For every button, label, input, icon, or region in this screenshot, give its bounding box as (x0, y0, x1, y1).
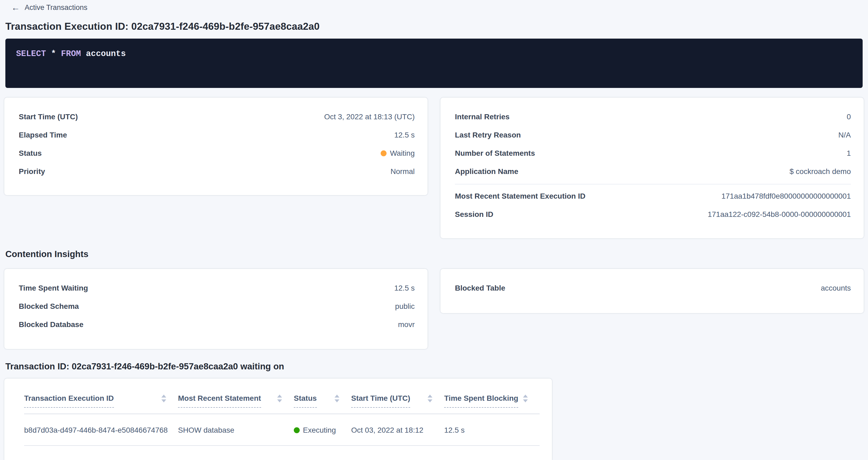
column-header-label: Start Time (UTC) (351, 394, 410, 408)
kv-label: Blocked Database (19, 320, 83, 329)
column-header-transaction-execution-id[interactable]: Transaction Execution ID (24, 386, 178, 414)
contention-cards-row: Time Spent Waiting 12.5 s Blocked Schema… (4, 269, 864, 349)
kv-label: Status (19, 149, 42, 158)
kv-value: 12.5 s (394, 284, 415, 293)
status-value: Waiting (390, 149, 415, 158)
status-badge: Waiting (381, 149, 415, 158)
kv-label: Number of Statements (455, 149, 535, 158)
kv-value: 0 (846, 113, 851, 121)
column-header-most-recent-statement[interactable]: Most Recent Statement (178, 386, 294, 414)
kv-row-blocked-schema: Blocked Schema public (19, 297, 415, 315)
kv-label: Application Name (455, 167, 518, 176)
kv-value: public (395, 302, 415, 311)
kv-label: Last Retry Reason (455, 131, 521, 140)
summary-card-statement-info: Internal Retries 0 Last Retry Reason N/A… (440, 98, 864, 238)
cell-start-time: Oct 03, 2022 at 18:12 (351, 414, 444, 446)
sql-keyword-select: SELECT (16, 49, 46, 58)
kv-row-blocked-database: Blocked Database movr (19, 315, 415, 334)
sort-icon[interactable] (428, 395, 432, 402)
back-link-label: Active Transactions (25, 3, 87, 12)
column-header-status[interactable]: Status (294, 386, 351, 414)
kv-row-session-id: Session ID 171aa122-c092-54b8-0000-00000… (455, 205, 851, 223)
summary-card-timing: Start Time (UTC) Oct 3, 2022 at 18:13 (U… (4, 98, 428, 195)
waiting-on-table-card: Transaction Execution ID Most Recent Sta… (4, 378, 552, 460)
column-header-label: Most Recent Statement (178, 394, 261, 408)
kv-row-internal-retries: Internal Retries 0 (455, 108, 851, 126)
kv-label: Start Time (UTC) (19, 113, 78, 121)
kv-value: Normal (391, 167, 415, 176)
cell-status: Executing (294, 414, 351, 446)
sql-table-identifier: accounts (86, 49, 126, 58)
kv-row-status: Status Waiting (19, 144, 415, 162)
card-divider (455, 184, 851, 184)
sort-icon[interactable] (277, 395, 282, 402)
column-header-time-spent-blocking[interactable]: Time Spent Blocking (444, 386, 539, 414)
table-row: b8d7d03a-d497-446b-8474-e50846674768 SHO… (24, 414, 539, 446)
kv-value: 12.5 s (394, 131, 415, 140)
table-header-row: Transaction Execution ID Most Recent Sta… (24, 386, 539, 414)
kv-label: Time Spent Waiting (19, 284, 88, 293)
kv-row-number-of-statements: Number of Statements 1 (455, 144, 851, 162)
cell-time-spent-blocking: 12.5 s (444, 414, 539, 446)
kv-row-application-name: Application Name $ cockroach demo (455, 162, 851, 181)
sql-statement-box: SELECT * FROM accounts (5, 39, 863, 88)
kv-row-start-time: Start Time (UTC) Oct 3, 2022 at 18:13 (U… (19, 108, 415, 126)
kv-label: Session ID (455, 210, 493, 219)
kv-value: movr (398, 320, 415, 329)
kv-label: Blocked Table (455, 284, 505, 293)
statement-execution-id-link[interactable]: 171aa1b478fdf0e80000000000000001 (721, 192, 851, 201)
summary-cards-row: Start Time (UTC) Oct 3, 2022 at 18:13 (U… (4, 98, 864, 238)
kv-value: N/A (838, 131, 851, 140)
kv-label: Internal Retries (455, 113, 509, 121)
waiting-on-heading: Transaction ID: 02ca7931-f246-469b-b2fe-… (5, 361, 863, 371)
kv-value: $ cockroach demo (789, 167, 851, 176)
kv-row-last-retry-reason: Last Retry Reason N/A (455, 126, 851, 144)
cell-transaction-execution-id: b8d7d03a-d497-446b-8474-e50846674768 (24, 414, 178, 446)
column-header-label: Transaction Execution ID (24, 394, 114, 408)
column-header-label: Time Spent Blocking (444, 394, 518, 408)
kv-row-time-spent-waiting: Time Spent Waiting 12.5 s (19, 279, 415, 297)
status-value: Executing (303, 426, 336, 434)
status-executing-dot-icon (294, 427, 300, 433)
cell-most-recent-statement: SHOW database (178, 414, 294, 446)
kv-label: Priority (19, 167, 45, 176)
kv-row-blocked-table: Blocked Table accounts (455, 279, 851, 297)
kv-value: accounts (821, 284, 851, 293)
back-to-active-transactions-link[interactable]: ← Active Transactions (0, 0, 87, 12)
sort-icon[interactable] (161, 395, 166, 402)
sort-icon[interactable] (523, 395, 528, 402)
column-header-start-time[interactable]: Start Time (UTC) (351, 386, 444, 414)
contention-card-blocked-table: Blocked Table accounts (440, 269, 864, 313)
contention-card-waiting: Time Spent Waiting 12.5 s Blocked Schema… (4, 269, 428, 349)
kv-label: Blocked Schema (19, 302, 79, 311)
sql-star-operator: * (51, 49, 56, 58)
kv-row-elapsed-time: Elapsed Time 12.5 s (19, 126, 415, 144)
sql-keyword-from: FROM (61, 49, 81, 58)
waiting-on-table: Transaction Execution ID Most Recent Sta… (24, 386, 539, 446)
contention-insights-heading: Contention Insights (5, 249, 863, 259)
transaction-details-page: ← Active Transactions Transaction Execut… (0, 0, 868, 460)
status-waiting-dot-icon (381, 150, 386, 156)
kv-row-most-recent-statement-execution-id: Most Recent Statement Execution ID 171aa… (455, 187, 851, 205)
kv-label: Most Recent Statement Execution ID (455, 192, 585, 201)
column-header-label: Status (294, 394, 317, 408)
kv-row-priority: Priority Normal (19, 162, 415, 181)
sort-icon[interactable] (335, 395, 339, 402)
kv-label: Elapsed Time (19, 131, 67, 140)
back-arrow-icon: ← (11, 3, 20, 12)
page-title: Transaction Execution ID: 02ca7931-f246-… (5, 21, 863, 32)
kv-value: 1 (846, 149, 851, 158)
kv-value: Oct 3, 2022 at 18:13 (UTC) (324, 113, 415, 121)
session-id-link[interactable]: 171aa122-c092-54b8-0000-000000000001 (708, 210, 851, 219)
